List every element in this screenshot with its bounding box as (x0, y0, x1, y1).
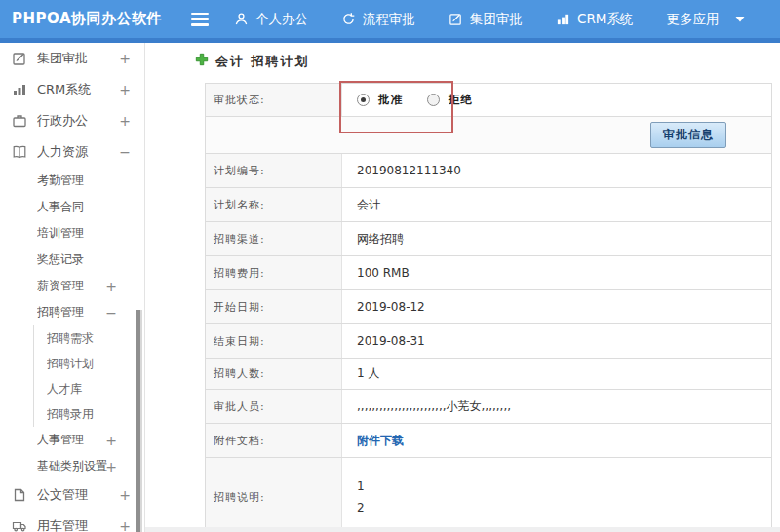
page-title: 会计 招聘计划 (215, 53, 310, 70)
row-value: 20190812111340 (342, 154, 771, 187)
sidebar-item-label: 奖惩记录 (37, 251, 144, 268)
row-label: 招聘人数: (206, 359, 342, 389)
breadcrumb: 会计 招聘计划 (195, 52, 310, 70)
row-label: 招聘说明: (206, 458, 342, 532)
row-value: ,,,,,,,,,,,,,,,,,,,,,,,,小芜女,,,,,,,, (342, 390, 771, 423)
row-label: 招聘渠道: (206, 222, 342, 255)
row-value: 100 RMB (342, 256, 771, 289)
expand-toggle[interactable]: + (119, 113, 131, 129)
sidebar-item-rewards[interactable]: 奖惩记录 (0, 247, 144, 273)
description-line: 2 (357, 502, 365, 513)
row-label: 审批人员: (206, 390, 342, 423)
footer-strip (145, 527, 780, 532)
row-label: 计划编号: (206, 154, 342, 187)
truck-icon (12, 518, 27, 532)
nav-label: 更多应用 (666, 11, 719, 28)
row-label: 开始日期: (206, 290, 342, 323)
row-label: 审批状态: (206, 84, 342, 116)
bar-chart-icon (556, 12, 570, 26)
row-value: 1 人 (342, 359, 771, 389)
sidebar-item-recruit-plan[interactable]: 招聘计划 (33, 351, 144, 376)
nav-process-approval[interactable]: 流程审批 (341, 11, 415, 28)
nav-label: 个人办公 (255, 11, 308, 28)
expand-toggle[interactable]: + (105, 433, 117, 448)
nav-more-apps[interactable]: 更多应用 (666, 11, 745, 28)
sidebar-item-attendance[interactable]: 考勤管理 (0, 168, 144, 194)
radio-approve-label[interactable]: 批准 (378, 93, 403, 107)
expand-toggle[interactable]: + (119, 487, 131, 503)
sidebar-item-group-approval[interactable]: 集团审批 + (0, 43, 144, 74)
table-row-description: 招聘说明: 1 2 (206, 458, 771, 532)
collapse-toggle[interactable]: − (119, 144, 131, 160)
sidebar-item-talent-pool[interactable]: 人才库 (33, 376, 144, 401)
edit-icon (448, 12, 463, 26)
document-icon (12, 487, 27, 503)
expand-toggle[interactable]: + (105, 459, 117, 475)
sidebar-item-training[interactable]: 培训管理 (0, 220, 144, 247)
expand-toggle[interactable]: + (119, 51, 131, 66)
nav-group-approval[interactable]: 集团审批 (448, 11, 523, 28)
radio-reject-label[interactable]: 拒绝 (448, 93, 473, 107)
nav-personal-office[interactable]: 个人办公 (234, 11, 308, 28)
sidebar-item-doc-mgmt[interactable]: 公文管理 + (0, 479, 144, 511)
sidebar-item-label: 人才库 (47, 381, 144, 398)
sidebar-item-recruit-mgmt[interactable]: 招聘管理 − (0, 299, 144, 325)
description-line: 1 (357, 480, 365, 492)
sidebar-item-label: 基础类别设置 (37, 458, 144, 475)
nav-crm[interactable]: CRM系统 (556, 11, 633, 28)
sidebar-item-label: 培训管理 (37, 225, 144, 242)
expand-toggle[interactable]: + (105, 279, 117, 294)
radio-approve[interactable] (357, 94, 370, 106)
recruit-plan-detail-table: 审批状态: 批准 拒绝 审批信息 计划编号: 20190812111340 计划… (205, 83, 772, 532)
sidebar-item-hr[interactable]: 人力资源 − (0, 136, 144, 168)
approval-status-radio-group: 批准 拒绝 (357, 93, 488, 107)
radio-reject[interactable] (427, 94, 440, 106)
sidebar-item-label: 招聘需求 (47, 330, 144, 347)
sidebar-item-hr-contract[interactable]: 人事合同 (0, 194, 144, 220)
table-row: 计划编号: 20190812111340 (206, 154, 771, 188)
sidebar-item-recruit-demand[interactable]: 招聘需求 (33, 325, 144, 351)
sidebar-item-vehicle-mgmt[interactable]: 用车管理 + (0, 511, 144, 532)
sidebar-item-label: 招聘录用 (47, 406, 144, 423)
sidebar: 集团审批 + CRM系统 + 行政办公 + 人力资源 − 考勤管理 人事合同 培… (0, 43, 145, 532)
sidebar-item-salary[interactable]: 薪资管理 + (0, 273, 144, 299)
book-icon (12, 144, 27, 160)
sidebar-item-label: 薪资管理 (37, 278, 144, 294)
expand-toggle[interactable]: + (119, 82, 131, 97)
row-label: 招聘费用: (206, 256, 342, 289)
table-row: 招聘人数: 1 人 (206, 359, 771, 390)
row-value: 2019-08-31 (342, 324, 771, 358)
caret-down-icon (735, 16, 745, 22)
nav-label: CRM系统 (577, 11, 633, 28)
nav-label: 集团审批 (470, 11, 523, 28)
main-content: 会计 招聘计划 审批状态: 批准 拒绝 审批信息 计划编号: 201908121… (145, 43, 780, 532)
table-row-attachment: 附件文档: 附件下载 (206, 424, 771, 458)
app-title: PHPOA协同办公软件 (0, 10, 191, 28)
sidebar-item-admin-office[interactable]: 行政办公 + (0, 105, 144, 136)
table-row: 招聘渠道: 网络招聘 (206, 222, 771, 256)
nav-label: 流程审批 (363, 11, 415, 28)
sidebar-scrollbar[interactable] (136, 310, 142, 532)
row-label: 结束日期: (206, 324, 342, 358)
top-nav: 个人办公 流程审批 集团审批 CRM系统 更多应用 (234, 11, 745, 28)
top-navigation-bar: PHPOA协同办公软件 个人办公 流程审批 集团审批 CRM系统 (0, 0, 780, 43)
hamburger-menu-icon[interactable] (191, 13, 209, 26)
sidebar-item-label: 人事合同 (37, 199, 144, 215)
sidebar-item-base-category[interactable]: 基础类别设置 + (0, 453, 144, 479)
row-value: 网络招聘 (342, 222, 771, 255)
expand-toggle[interactable]: + (119, 518, 131, 532)
table-row: 开始日期: 2019-08-12 (206, 290, 771, 324)
sidebar-item-personnel-mgmt[interactable]: 人事管理 + (0, 427, 144, 453)
sidebar-item-recruit-hire[interactable]: 招聘录用 (33, 401, 144, 427)
sidebar-item-crm[interactable]: CRM系统 + (0, 74, 144, 105)
collapse-toggle[interactable]: − (105, 305, 117, 321)
person-icon (234, 12, 249, 26)
briefcase-icon (12, 113, 27, 129)
add-plus-icon[interactable] (195, 52, 209, 70)
sidebar-item-label: 人事管理 (37, 432, 144, 448)
approval-info-button[interactable]: 审批信息 (650, 122, 726, 148)
process-arrow-icon (341, 12, 356, 26)
attachment-download-link[interactable]: 附件下载 (357, 433, 404, 449)
sidebar-item-label: 考勤管理 (37, 172, 144, 189)
row-label: 附件文档: (206, 424, 342, 457)
